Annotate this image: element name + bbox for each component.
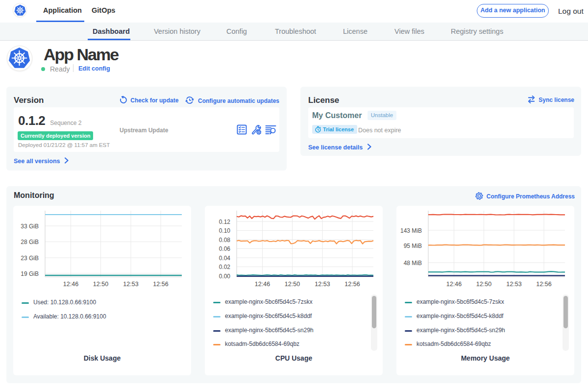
svg-text:12:46: 12:46 bbox=[446, 281, 462, 288]
svg-text:12:56: 12:56 bbox=[344, 281, 360, 288]
svg-text:0.12: 0.12 bbox=[219, 219, 231, 225]
svg-text:0.08: 0.08 bbox=[219, 237, 231, 244]
svg-text:28 GiB: 28 GiB bbox=[21, 239, 39, 245]
svg-text:33 GiB: 33 GiB bbox=[21, 223, 39, 230]
svg-text:12:46: 12:46 bbox=[63, 281, 78, 288]
svg-text:12:46: 12:46 bbox=[255, 281, 270, 288]
svg-text:0.00: 0.00 bbox=[219, 273, 231, 280]
svg-text:0.06: 0.06 bbox=[219, 245, 231, 252]
svg-text:0.02: 0.02 bbox=[219, 264, 231, 270]
svg-text:48 MiB: 48 MiB bbox=[404, 260, 422, 267]
svg-text:12:53: 12:53 bbox=[123, 281, 138, 288]
svg-text:12:56: 12:56 bbox=[536, 281, 551, 288]
svg-text:12:53: 12:53 bbox=[315, 281, 330, 288]
svg-text:12:50: 12:50 bbox=[476, 281, 491, 288]
svg-text:12:50: 12:50 bbox=[285, 281, 300, 288]
svg-text:12:50: 12:50 bbox=[93, 281, 108, 288]
svg-text:95 MiB: 95 MiB bbox=[404, 243, 422, 249]
svg-text:0.10: 0.10 bbox=[219, 227, 231, 234]
svg-text:0.04: 0.04 bbox=[219, 255, 231, 262]
svg-text:19 GiB: 19 GiB bbox=[21, 270, 39, 277]
svg-text:23 GiB: 23 GiB bbox=[21, 255, 39, 262]
svg-text:12:56: 12:56 bbox=[153, 281, 168, 288]
svg-text:143 MiB: 143 MiB bbox=[400, 227, 422, 234]
svg-text:12:53: 12:53 bbox=[506, 281, 521, 288]
